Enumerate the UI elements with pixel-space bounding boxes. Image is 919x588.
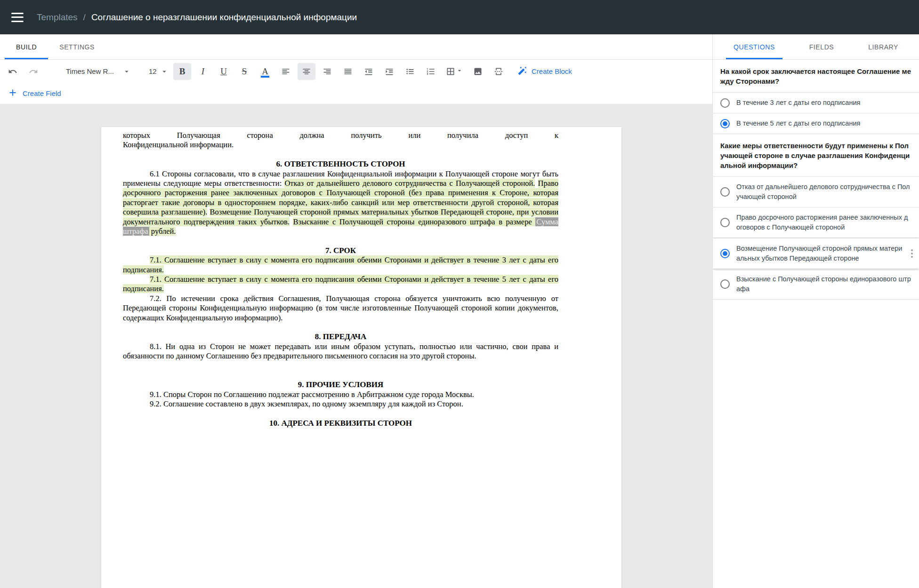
font-family-value: Times New R... — [66, 67, 114, 75]
redo-button[interactable] — [24, 63, 42, 80]
underline-button[interactable]: U — [215, 63, 233, 80]
radio-unchecked-icon[interactable] — [720, 187, 730, 197]
doc-paragraph: 6.1 Стороны согласовали, что в случае ра… — [123, 169, 558, 237]
radio-checked-icon[interactable] — [720, 249, 730, 258]
indent-button[interactable] — [380, 63, 398, 80]
font-size-value: 12 — [149, 67, 157, 75]
radio-unchecked-icon[interactable] — [720, 279, 730, 289]
chevron-down-icon — [456, 67, 463, 76]
radio-unchecked-icon[interactable] — [720, 98, 730, 108]
option-label: Право досрочного расторжения ранее заклю… — [736, 213, 911, 232]
format-buttons-group: BIUSA — [173, 63, 508, 80]
doc-paragraph: которых Получающая сторона должна получи… — [123, 131, 558, 140]
outdent-button[interactable] — [360, 63, 378, 80]
table-button[interactable] — [443, 63, 466, 80]
answer-option[interactable]: Возмещение Получающей стороной прямых ма… — [713, 238, 919, 269]
option-label: Отказ от дальнейшего делового сотрудниче… — [736, 182, 911, 202]
font-family-select[interactable]: Times New R... — [61, 63, 133, 80]
main-area: BUILD SETTINGS Times New R... 12 BIUSA C… — [0, 34, 919, 588]
questions-panel: QUESTIONS FIELDS LIBRARY На какой срок з… — [712, 34, 919, 588]
doc-blank-line — [123, 361, 558, 371]
questions-list: На какой срок заключается настоящее Согл… — [713, 60, 919, 588]
doc-heading: 10. АДРЕСА И РЕКВИЗИТЫ СТОРОН — [123, 419, 558, 428]
doc-paragraph: 7.1. Соглашение вступает в силу с момент… — [123, 255, 558, 275]
magic-wand-icon — [518, 66, 527, 77]
doc-heading: 8. ПЕРЕДАЧА — [123, 332, 558, 342]
create-block-button[interactable]: Create Block — [518, 66, 572, 77]
option-label: Взыскание с Получающей стороны единоразо… — [736, 274, 911, 294]
breadcrumb-separator: / — [83, 12, 86, 23]
radio-unchecked-icon[interactable] — [720, 218, 730, 227]
doc-text-run: 7.2. По истечении срока действия Соглаше… — [123, 294, 558, 322]
doc-text-run: 8.1. Ни одна из Сторон не может передава… — [123, 342, 558, 360]
top-bar: Templates / Соглашение о неразглашении к… — [0, 0, 919, 34]
option-label: В течение 5 лет с даты его подписания — [736, 119, 860, 128]
document-canvas: которых Получающая сторона должна получи… — [0, 104, 712, 588]
doc-text-run: 9.1. Споры Сторон по Соглашению подлежат… — [150, 390, 474, 399]
breadcrumb-templates-link[interactable]: Templates — [37, 12, 78, 23]
doc-paragraph: 7.2. По истечении срока действия Соглаше… — [123, 294, 558, 323]
doc-paragraph: Конфиденциальной информации. — [123, 140, 558, 150]
doc-paragraph: 8.1. Ни одна из Сторон не может передава… — [123, 342, 558, 361]
tab-settings[interactable]: SETTINGS — [48, 34, 106, 59]
doc-heading: 7. СРОК — [123, 246, 558, 255]
create-block-label: Create Block — [532, 67, 572, 75]
bold-button[interactable]: B — [173, 63, 191, 80]
highlighted-text-run: Отказ от дальнейшего делового сотрудниче… — [284, 179, 535, 188]
align-left-button[interactable] — [277, 63, 295, 80]
bullet-list-button[interactable] — [401, 63, 419, 80]
radio-checked-icon[interactable] — [720, 119, 730, 128]
tab-library[interactable]: LIBRARY — [861, 34, 906, 59]
create-field-label: Create Field — [23, 89, 61, 97]
font-size-select[interactable]: 12 — [144, 63, 170, 80]
doc-text-run: 9.2. Соглашение составлено в двух экземп… — [150, 399, 463, 408]
highlighted-text-run: Взыскание с Получающей стороны единоразо… — [293, 217, 535, 226]
answer-option[interactable]: В течение 3 лет с даты его подписания — [713, 93, 919, 113]
doc-heading: 9. ПРОЧИЕ УСЛОВИЯ — [123, 380, 558, 389]
doc-paragraph: 9.2. Соглашение составлено в двух экземп… — [123, 399, 558, 409]
page-title: Соглашение о неразглашении конфиденциаль… — [91, 12, 357, 23]
history-buttons-group — [4, 63, 42, 80]
doc-text-run — [535, 179, 538, 188]
doc-text-run: которых Получающая сторона должна получи… — [123, 131, 558, 140]
panel-tab-bar: QUESTIONS FIELDS LIBRARY — [713, 34, 919, 60]
editor-tab-bar: BUILD SETTINGS — [0, 34, 712, 60]
option-label: В течение 3 лет с даты его подписания — [736, 98, 860, 108]
doc-paragraph: 9.1. Споры Сторон по Соглашению подлежат… — [123, 390, 558, 399]
align-center-button[interactable] — [298, 63, 315, 80]
highlighted-text-run: рублей. — [149, 227, 176, 236]
hamburger-menu-icon[interactable] — [11, 13, 24, 22]
answer-option[interactable]: Взыскание с Получающей стороны единоразо… — [713, 269, 919, 300]
page-break-button[interactable] — [490, 63, 508, 80]
image-button[interactable] — [469, 63, 487, 80]
create-field-button[interactable]: Create Field — [8, 87, 61, 99]
highlighted-text-run: 7.1. Соглашение вступает в силу с момент… — [123, 275, 558, 293]
kebab-menu-icon[interactable] — [909, 247, 915, 260]
option-label: Возмещение Получающей стороной прямых ма… — [736, 244, 903, 263]
doc-text-run: Конфиденциальной информации. — [123, 140, 234, 149]
tab-questions[interactable]: QUESTIONS — [726, 34, 782, 59]
question-text: На какой срок заключается настоящее Согл… — [713, 60, 919, 93]
editor-pane: BUILD SETTINGS Times New R... 12 BIUSA C… — [0, 34, 712, 588]
answer-option[interactable]: Право досрочного расторжения ранее заклю… — [713, 207, 919, 238]
app-window: Templates / Соглашение о неразглашении к… — [0, 0, 919, 588]
strikethrough-button[interactable]: S — [235, 63, 253, 80]
answer-option[interactable]: Отказ от дальнейшего делового сотрудниче… — [713, 177, 919, 207]
tab-fields[interactable]: FIELDS — [802, 34, 842, 59]
answer-option[interactable]: В течение 5 лет с даты его подписания — [713, 113, 919, 134]
text-color-button[interactable]: A — [256, 63, 274, 80]
doc-text-run — [207, 207, 210, 216]
italic-button[interactable]: I — [194, 63, 212, 80]
question-text: Какие меры ответственности будут примене… — [713, 134, 919, 177]
undo-button[interactable] — [4, 63, 22, 80]
chevron-down-icon — [122, 67, 131, 76]
align-justify-button[interactable] — [339, 63, 357, 80]
doc-paragraph: 7.1. Соглашение вступает в силу с момент… — [123, 275, 558, 294]
tab-build[interactable]: BUILD — [5, 34, 48, 59]
plus-icon — [8, 87, 18, 99]
formatting-toolbar: Times New R... 12 BIUSA Create Block — [0, 60, 712, 83]
align-right-button[interactable] — [318, 63, 336, 80]
numbered-list-button[interactable] — [422, 63, 440, 80]
document-page[interactable]: которых Получающая сторона должна получи… — [101, 127, 621, 588]
highlighted-text-run: 7.1. Соглашение вступает в силу с момент… — [123, 255, 558, 274]
